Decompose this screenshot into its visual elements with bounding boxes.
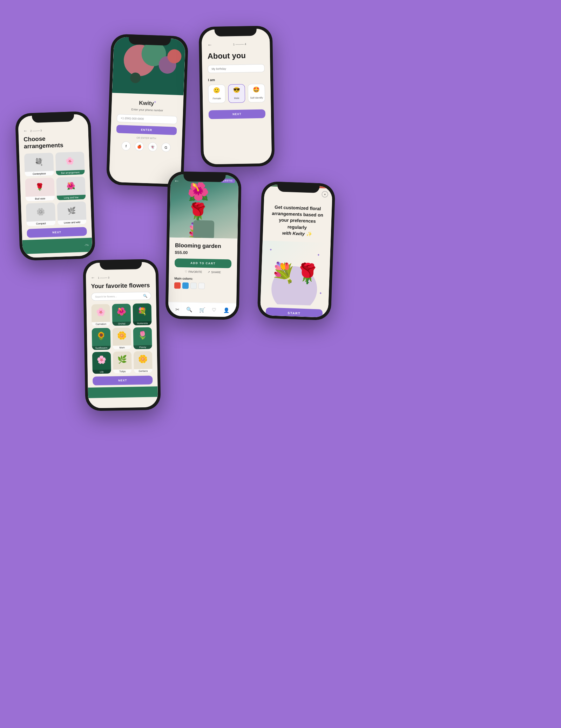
bud-vase-label: Bud vase <box>26 196 55 201</box>
google-login[interactable]: G <box>161 143 171 152</box>
lily-emoji: 🌸 <box>92 352 111 368</box>
enter-button[interactable]: ENTER <box>116 125 177 135</box>
share-icon: ↗ <box>208 271 210 274</box>
back-icon[interactable]: ← <box>23 128 27 133</box>
bottom-navigation: ✂ 🔍 🛒 ♡ 👤 <box>168 302 236 317</box>
phone-promo: × Get customized floral arrangements bas… <box>257 181 335 320</box>
scissors-icon[interactable]: ✂ <box>175 306 179 312</box>
long-low-label: Long and low <box>56 195 86 200</box>
bud-vase-img: 🌹 <box>25 178 54 196</box>
flower-mum[interactable]: 🌼 Mum <box>113 328 131 350</box>
share-action[interactable]: ↗ SHARE <box>208 271 221 274</box>
search-icon: 🔍 <box>143 294 147 298</box>
product-actions: ♡ FAVORITE ↗ SHARE <box>175 270 231 274</box>
phone-notch <box>129 34 171 46</box>
back-icon[interactable]: ← <box>174 178 180 184</box>
heart-icon: ♡ <box>185 270 187 273</box>
social-login-options: f 🍎 👻 G <box>116 141 176 152</box>
facebook-login[interactable]: f <box>121 141 131 151</box>
back-icon[interactable]: ← <box>91 275 95 280</box>
promo-image-area: ✦ ✦ ✦ 💐🌹 <box>261 241 331 306</box>
share-label: SHARE <box>211 271 221 274</box>
carnation-emoji: 🌸 <box>91 304 110 321</box>
flower-orchid[interactable]: 🌺 Orchid <box>112 304 131 326</box>
arrangement-loose-wild[interactable]: 🌿 Loose and wild <box>57 201 87 225</box>
profile-icon[interactable]: 👤 <box>223 307 229 313</box>
snapchat-login[interactable]: 👻 <box>148 142 157 152</box>
promo-brand: with Kwity ✨ <box>282 230 312 236</box>
search-bar[interactable]: Search for flowers... 🔍 <box>91 292 151 301</box>
arrangement-centerpiece[interactable]: 💐 Centerpiece <box>24 153 54 176</box>
flower-hortensia[interactable]: 💐 Hortensía <box>133 303 151 326</box>
flower-peony[interactable]: 🌷 Peony <box>133 327 152 349</box>
promo-flowers: 💐🌹 <box>271 261 320 286</box>
peony-label: Peony <box>134 345 152 349</box>
app-logo: Kwity+ <box>117 99 178 107</box>
color-light[interactable] <box>198 283 205 289</box>
flower-tulips[interactable]: 🌿 Tulips <box>113 352 132 374</box>
phone-input[interactable]: +1 (000) 000-0000 <box>117 114 177 124</box>
bubble-4 <box>167 49 182 64</box>
colors-label: Main colors: <box>174 277 231 281</box>
flower-art: 🌺🌹💐 <box>169 174 238 238</box>
flower-lily[interactable]: 🌸 Lily <box>92 352 111 374</box>
phone-notch <box>215 26 257 36</box>
star-icon-3: ✦ <box>319 291 322 295</box>
apple-login[interactable]: 🍎 <box>135 142 144 151</box>
phone-login-screen: Kwity+ Enter your phone number +1 (000) … <box>109 37 185 185</box>
color-swatches <box>174 282 231 290</box>
arrangement-bar[interactable]: 🌸 Bar arrangement <box>55 152 85 175</box>
mum-emoji: 🌼 <box>113 328 131 344</box>
phone-promo-screen: × Get customized floral arrangements bas… <box>260 184 333 318</box>
flowers-nav: ← 1 ——— 3 <box>91 274 151 280</box>
arrangement-long-low[interactable]: 🌺 Long and low <box>56 176 86 200</box>
start-button[interactable]: START <box>265 307 323 318</box>
promo-text-area: Get customized floral arrangements based… <box>263 198 332 243</box>
search-icon[interactable]: 🔍 <box>186 307 192 312</box>
step-indicator: 2 ——— 3 <box>30 129 42 132</box>
self-identify-emoji: 🤩 <box>250 86 263 93</box>
phone-arrangements: ← 2 ——— 3 Choose arrangements 💐 Centerpi… <box>15 111 96 261</box>
phone-flowers-screen: ← 1 ——— 3 Your favorite flowers Search f… <box>86 262 158 408</box>
star-icon-2: ✦ <box>317 253 319 257</box>
arrangements-title: Choose arrangements <box>23 134 84 150</box>
phone-product-screen: 🌺🌹💐 ← EXOTIC Blooming garden $55.00 ADD … <box>168 174 238 317</box>
orchid-label: Orchid <box>112 322 131 326</box>
next-button[interactable]: NEXT <box>209 109 265 119</box>
birthday-input[interactable] <box>208 64 264 73</box>
hortensia-label: Hortensía <box>133 321 151 326</box>
female-emoji: 🙂 <box>210 87 224 94</box>
loose-wild-label: Loose and wild <box>58 220 87 225</box>
cart-icon[interactable]: 🛒 <box>199 307 205 312</box>
bubble-5 <box>130 72 141 83</box>
i-am-label: I am <box>208 77 265 82</box>
color-white[interactable] <box>190 282 197 289</box>
flower-sunflowers[interactable]: 🌻 Sunflowers <box>92 328 111 350</box>
product-name: Blooming garden <box>175 242 232 250</box>
close-button[interactable]: × <box>322 191 328 198</box>
gender-self-identify[interactable]: 🤩 Self-identify <box>248 84 265 103</box>
favorite-action[interactable]: ♡ FAVORITE <box>185 270 202 274</box>
gender-male[interactable]: 😎 Male <box>228 84 245 103</box>
gender-female[interactable]: 🙂 Female <box>208 85 225 103</box>
heart-nav-icon[interactable]: ♡ <box>212 307 216 313</box>
product-price: $55.00 <box>175 250 232 256</box>
add-to-cart-button[interactable]: ADD TO CART <box>175 259 231 268</box>
step-indicator: 1 ——— 3 <box>98 276 109 279</box>
next-button[interactable]: NEXT <box>93 375 153 385</box>
flower-gerbera[interactable]: 🌼 Gerbera <box>134 351 153 373</box>
gerbera-emoji: 🌼 <box>134 351 153 368</box>
next-button[interactable]: NEXT <box>27 227 87 238</box>
about-title: About you <box>208 51 264 61</box>
phone-notch <box>277 182 320 193</box>
flower-carnation[interactable]: 🌸 Carnation <box>91 304 110 326</box>
centerpiece-label: Centerpiece <box>25 171 54 176</box>
color-blue[interactable] <box>182 282 189 289</box>
compact-img: 🌼 <box>26 202 55 221</box>
back-icon[interactable]: ← <box>207 42 212 47</box>
phone-about-screen: ← 1 ——— 4 About you I am 🙂 Female 😎 Male… <box>202 28 272 164</box>
color-red[interactable] <box>174 282 181 289</box>
arrangement-compact[interactable]: 🌼 Compact <box>26 202 56 226</box>
arrangement-bud-vase[interactable]: 🌹 Bud vase <box>25 178 55 201</box>
divider-text: OR ENTER WITH <box>116 136 176 140</box>
